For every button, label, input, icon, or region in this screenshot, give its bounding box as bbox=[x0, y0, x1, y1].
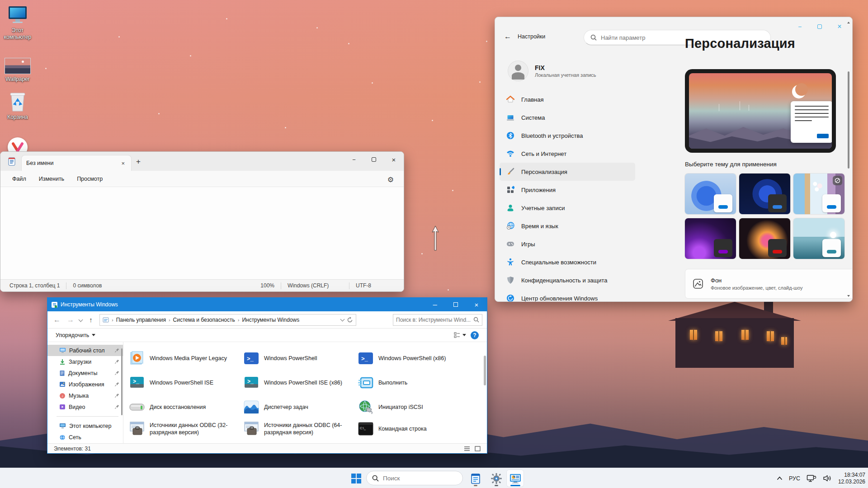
list-item[interactable]: >_ Windows PowerShell ISE (x86) bbox=[243, 375, 354, 391]
notepad-titlebar[interactable]: Без имени × + − × bbox=[0, 152, 404, 171]
list-item[interactable]: Диск восстановления bbox=[129, 399, 240, 415]
language-indicator[interactable]: РУС bbox=[789, 475, 800, 482]
back-button[interactable]: ← bbox=[52, 316, 62, 324]
desktop-icon-wallpaper[interactable]: Wallpaper bbox=[0, 52, 35, 83]
list-item[interactable]: Диспетчер задач bbox=[243, 399, 354, 415]
account-card[interactable]: FIX Локальная учетная запись bbox=[508, 61, 596, 81]
list-item[interactable]: C:\_ Командная строка bbox=[358, 421, 468, 437]
notepad-tab[interactable]: Без имени × bbox=[21, 155, 132, 171]
details-view-icon[interactable] bbox=[464, 446, 470, 451]
help-button[interactable]: ? bbox=[471, 331, 479, 339]
change-view-button[interactable] bbox=[454, 332, 466, 338]
start-button[interactable] bbox=[347, 469, 365, 487]
explorer-titlebar[interactable]: Инструменты Windows ─ × bbox=[47, 298, 487, 311]
list-item[interactable]: Выполнить bbox=[358, 375, 468, 391]
zoom-level[interactable]: 100% bbox=[254, 282, 281, 289]
nav-item-network[interactable]: Сеть и Интернет bbox=[500, 145, 635, 163]
sidebar-item-music[interactable]: ♪ Музыка bbox=[47, 390, 123, 401]
theme-tile-5[interactable] bbox=[739, 218, 790, 259]
sidebar-item-downloads[interactable]: Загрузки bbox=[47, 356, 123, 367]
menu-view[interactable]: Просмотр bbox=[72, 174, 107, 184]
nav-item-gaming[interactable]: Игры bbox=[500, 235, 635, 253]
theme-preview-dialog bbox=[791, 101, 832, 143]
accounts-icon bbox=[506, 203, 515, 212]
tab-close-icon[interactable]: × bbox=[119, 160, 127, 167]
list-item[interactable]: >_ Windows PowerShell (x86) bbox=[358, 350, 468, 366]
list-item[interactable]: Windows Media Player Legacy bbox=[129, 350, 240, 366]
maximize-button[interactable] bbox=[364, 152, 384, 167]
address-bar[interactable]: › Панель управления › Система и безопасн… bbox=[99, 314, 356, 326]
nav-item-privacy[interactable]: Конфиденциальность и защита bbox=[500, 271, 635, 289]
settings-scrollbar[interactable] bbox=[846, 21, 851, 298]
sidebar-item-desktop[interactable]: Рабочий стол bbox=[47, 345, 123, 356]
list-item[interactable]: >_ Windows PowerShell bbox=[243, 350, 354, 366]
new-tab-button[interactable]: + bbox=[136, 157, 141, 166]
scrollbar-thumb[interactable] bbox=[848, 71, 849, 169]
notepad-text-area[interactable] bbox=[0, 187, 404, 280]
nav-item-accessibility[interactable]: Специальные возможности bbox=[500, 253, 635, 271]
thumbnail-view-icon[interactable] bbox=[475, 446, 481, 451]
volume-tray-icon[interactable] bbox=[823, 474, 832, 482]
line-ending[interactable]: Windows (CRLF) bbox=[281, 282, 349, 289]
sidebar-item-videos[interactable]: Видео bbox=[47, 401, 123, 413]
file-list-scrollbar[interactable] bbox=[484, 356, 486, 385]
sidebar-item-documents[interactable]: Документы bbox=[47, 367, 123, 379]
taskbar-search-input[interactable] bbox=[383, 475, 437, 482]
explorer-search-box[interactable] bbox=[393, 314, 482, 326]
network-tray-icon[interactable] bbox=[807, 474, 816, 483]
nav-item-bluetooth[interactable]: Bluetooth и устройства bbox=[500, 127, 635, 145]
taskbar-active-app-button[interactable] bbox=[506, 469, 524, 487]
close-button[interactable]: × bbox=[466, 298, 487, 311]
encoding[interactable]: UTF-8 bbox=[349, 282, 404, 289]
nav-item-personalization[interactable]: Персонализация bbox=[500, 163, 635, 181]
theme-tile-1[interactable] bbox=[685, 174, 736, 214]
desktop-icon-this-pc[interactable]: Этот компьютер bbox=[0, 4, 35, 41]
sidebar-scrollbar[interactable] bbox=[121, 348, 123, 415]
list-item[interactable]: Источники данных ODBC (64-разрядная верс… bbox=[243, 421, 354, 437]
minimize-button[interactable]: − bbox=[344, 152, 364, 167]
scroll-down-icon[interactable] bbox=[847, 294, 850, 298]
breadcrumb-control-panel[interactable]: Панель управления bbox=[116, 317, 166, 323]
nav-item-home[interactable]: Главная bbox=[500, 90, 635, 108]
sidebar-item-pictures[interactable]: Изображения bbox=[47, 379, 123, 390]
theme-tile-3[interactable] bbox=[793, 174, 844, 214]
address-dropdown-icon[interactable] bbox=[341, 316, 344, 322]
list-item[interactable]: >_ Windows PowerShell ISE bbox=[129, 375, 240, 391]
menu-file[interactable]: Файл bbox=[8, 174, 31, 184]
forward-button[interactable]: → bbox=[66, 316, 75, 324]
up-button[interactable]: ↑ bbox=[86, 316, 96, 324]
tray-chevron-up-icon[interactable] bbox=[777, 476, 783, 480]
notepad-settings-gear-icon[interactable]: ⚙ bbox=[387, 175, 394, 184]
close-button[interactable]: × bbox=[384, 152, 404, 167]
minimize-button[interactable]: ─ bbox=[425, 298, 445, 311]
taskbar-notepad-button[interactable] bbox=[467, 469, 484, 487]
explorer-search-input[interactable] bbox=[396, 317, 473, 323]
nav-item-time-language[interactable]: Время и язык bbox=[500, 217, 635, 235]
organize-menu[interactable]: Упорядочить bbox=[56, 332, 95, 338]
refresh-icon[interactable] bbox=[347, 317, 353, 323]
sidebar-item-this-pc[interactable]: Этот компьютер bbox=[47, 420, 123, 432]
breadcrumb-system-security[interactable]: Система и безопасность bbox=[173, 317, 235, 323]
list-item[interactable]: Источники данных ODBC (32-разрядная верс… bbox=[129, 421, 240, 437]
theme-tile-2[interactable] bbox=[739, 174, 790, 214]
back-arrow-button[interactable]: ← bbox=[504, 33, 511, 41]
taskbar-search-box[interactable] bbox=[366, 471, 463, 485]
breadcrumb-windows-tools[interactable]: Инструменты Windows bbox=[242, 317, 299, 323]
taskbar-settings-button[interactable] bbox=[487, 469, 505, 487]
nav-item-accounts[interactable]: Учетные записи bbox=[500, 199, 635, 217]
desktop-icon-recycle-bin[interactable]: Корзина bbox=[0, 90, 35, 121]
theme-tile-6[interactable] bbox=[793, 218, 844, 259]
nav-item-windows-update[interactable]: Центр обновления Windows bbox=[500, 289, 635, 302]
nav-item-apps[interactable]: Приложения bbox=[500, 181, 635, 199]
list-item[interactable]: Инициатор iSCSI bbox=[358, 399, 468, 415]
char-count: 0 символов bbox=[66, 282, 108, 289]
theme-tile-4[interactable] bbox=[685, 218, 736, 259]
scroll-up-icon[interactable] bbox=[847, 21, 850, 24]
nav-item-system[interactable]: Система bbox=[500, 108, 635, 127]
clock[interactable]: 18:34:07 12.03.2026 bbox=[838, 472, 865, 485]
sidebar-item-network[interactable]: Сеть bbox=[47, 432, 123, 443]
background-settings-row[interactable]: Фон Фоновое изображение, цвет, слайд-шоу… bbox=[685, 269, 853, 299]
maximize-button[interactable] bbox=[445, 298, 466, 311]
menu-edit[interactable]: Изменить bbox=[34, 174, 69, 184]
recent-pages-icon[interactable] bbox=[79, 315, 82, 323]
